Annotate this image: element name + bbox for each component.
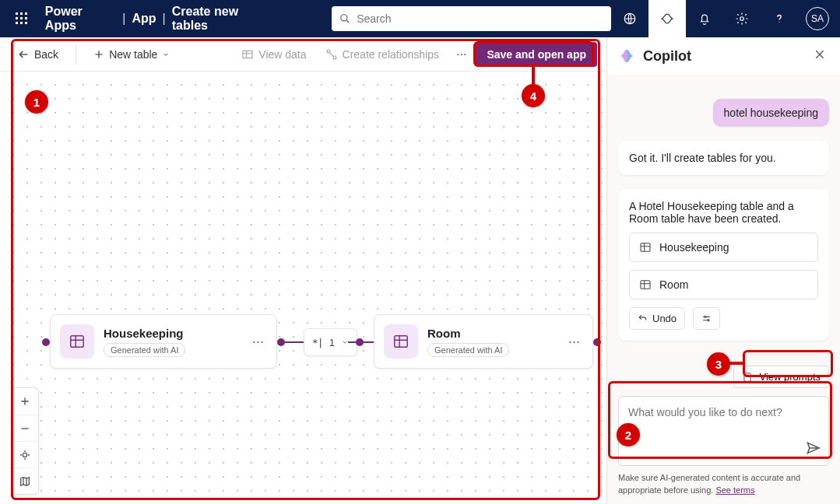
settings-icon[interactable] xyxy=(723,0,761,37)
crumb-app-name[interactable]: Power Apps xyxy=(45,5,116,33)
breadcrumb: Power Apps | App | Create new tables xyxy=(45,5,277,33)
new-table-button[interactable]: New table xyxy=(86,44,177,65)
svg-rect-18 xyxy=(395,336,408,348)
plus-icon xyxy=(93,49,104,60)
svg-rect-8 xyxy=(25,22,27,24)
copilot-panel: Copilot hotel housekeeping Got it. I'll … xyxy=(606,37,840,504)
copilot-input[interactable] xyxy=(628,406,796,453)
svg-rect-24 xyxy=(744,373,750,381)
copilot-input-box[interactable] xyxy=(618,396,829,466)
book-icon xyxy=(742,372,753,383)
table-card-more-button[interactable]: ··· xyxy=(565,331,583,353)
canvas-area: Back New table View data Create relation… xyxy=(0,37,606,504)
svg-rect-7 xyxy=(20,22,23,24)
svg-rect-5 xyxy=(25,17,27,19)
svg-point-12 xyxy=(740,17,744,21)
sliders-icon xyxy=(701,313,712,324)
connector-dot xyxy=(277,338,285,346)
svg-point-23 xyxy=(708,320,709,321)
table-card-room[interactable]: Room Generated with AI ··· xyxy=(374,314,593,369)
relationship-count: 1 xyxy=(329,337,335,348)
copilot-footer: View prompts Make sure AI-generated cont… xyxy=(607,359,840,504)
avatar[interactable]: SA xyxy=(806,7,829,30)
copilot-message-text: A Hotel Housekeeping table and a Room ta… xyxy=(629,200,818,225)
copilot-message: Got it. I'll create tables for you. xyxy=(618,141,829,175)
erd-canvas[interactable]: Housekeeping Generated with AI ··· Room … xyxy=(0,72,606,504)
table-icon xyxy=(60,324,94,359)
search-box[interactable] xyxy=(332,6,611,31)
chevron-down-icon xyxy=(162,51,170,58)
undo-button[interactable]: Undo xyxy=(629,307,685,330)
notifications-icon[interactable] xyxy=(686,0,723,37)
svg-point-22 xyxy=(705,317,706,318)
svg-rect-4 xyxy=(20,17,23,19)
undo-label: Undo xyxy=(652,313,677,324)
copilot-table-label: Housekeeping xyxy=(659,241,729,254)
ai-badge: Generated with AI xyxy=(427,343,509,357)
canvas-toolbar: Back New table View data Create relation… xyxy=(0,37,606,72)
ai-badge: Generated with AI xyxy=(104,343,185,357)
svg-rect-20 xyxy=(641,243,650,252)
canvas-controls xyxy=(11,387,39,495)
ai-disclaimer: Make sure AI-generated content is accura… xyxy=(618,472,829,496)
svg-rect-0 xyxy=(16,12,18,15)
connector-line xyxy=(348,341,374,343)
arrow-left-icon xyxy=(17,48,30,61)
svg-rect-2 xyxy=(25,12,27,15)
undo-icon xyxy=(638,313,648,324)
crumb-create-tables[interactable]: Create new tables xyxy=(172,5,277,33)
viewdata-label: View data xyxy=(258,48,306,61)
create-relationships-button: Create relationships xyxy=(318,44,448,65)
table-card-more-button[interactable]: ··· xyxy=(249,331,267,353)
adjust-button[interactable] xyxy=(693,307,720,330)
toolbar-more-button[interactable]: ··· xyxy=(450,43,473,66)
newtable-label: New table xyxy=(109,48,157,61)
copilot-table-button[interactable]: Room xyxy=(629,270,818,299)
fit-button[interactable] xyxy=(12,441,38,467)
connector-line xyxy=(285,341,304,343)
back-button[interactable]: Back xyxy=(9,44,66,65)
global-header: Power Apps | App | Create new tables SA xyxy=(0,0,840,37)
svg-line-10 xyxy=(346,20,350,23)
view-prompts-label: View prompts xyxy=(759,371,821,383)
copilot-table-button[interactable]: Housekeeping xyxy=(629,233,818,262)
app-launcher-icon[interactable] xyxy=(3,0,40,37)
close-icon xyxy=(814,48,826,61)
zoom-in-button[interactable] xyxy=(12,388,38,415)
copilot-toggle-icon[interactable] xyxy=(648,0,686,37)
svg-rect-17 xyxy=(71,336,84,348)
svg-point-9 xyxy=(341,15,347,21)
copilot-title: Copilot xyxy=(643,48,803,65)
view-data-button: View data xyxy=(234,44,314,65)
copilot-header: Copilot xyxy=(607,37,840,75)
copilot-close-button[interactable] xyxy=(810,45,829,67)
save-and-open-button[interactable]: Save and open app xyxy=(476,42,597,67)
relationship-icon xyxy=(325,48,338,61)
crumb-app[interactable]: App xyxy=(132,12,156,26)
table-icon xyxy=(639,241,652,254)
zoom-out-button[interactable] xyxy=(12,415,38,441)
svg-point-13 xyxy=(778,22,779,23)
svg-rect-21 xyxy=(641,281,650,289)
svg-rect-1 xyxy=(20,12,23,15)
see-terms-link[interactable]: See terms xyxy=(715,485,754,495)
table-title: Room xyxy=(427,327,509,340)
svg-point-19 xyxy=(23,453,26,457)
header-icons: SA xyxy=(611,0,837,37)
svg-rect-6 xyxy=(16,22,18,24)
search-input[interactable] xyxy=(357,12,603,25)
svg-rect-3 xyxy=(16,17,18,19)
send-button[interactable] xyxy=(805,440,821,459)
environment-icon[interactable] xyxy=(611,0,648,37)
user-message: hotel housekeeping xyxy=(713,99,829,127)
map-button[interactable] xyxy=(12,467,38,494)
search-icon xyxy=(339,13,350,24)
copilot-conversation[interactable]: hotel housekeeping Got it. I'll create t… xyxy=(607,75,840,359)
help-icon[interactable] xyxy=(761,0,798,37)
table-icon xyxy=(384,324,418,359)
back-label: Back xyxy=(34,48,58,61)
send-icon xyxy=(805,440,821,456)
table-card-housekeeping[interactable]: Housekeeping Generated with AI ··· xyxy=(50,314,277,369)
copilot-logo-icon xyxy=(618,47,635,65)
view-prompts-button[interactable]: View prompts xyxy=(733,366,829,388)
